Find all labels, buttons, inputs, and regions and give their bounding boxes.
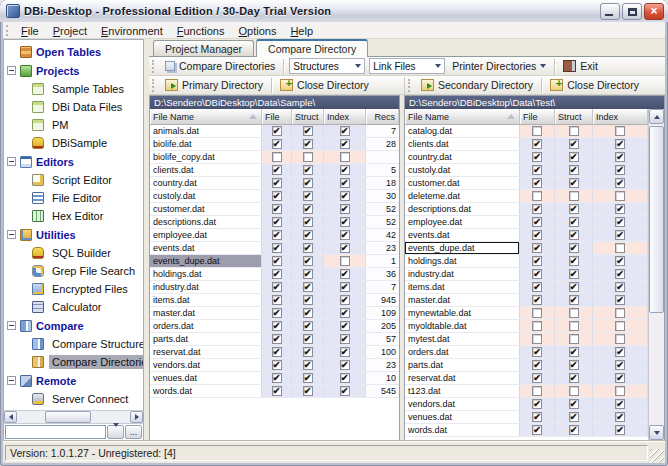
file-checkbox[interactable] xyxy=(272,360,282,370)
index-checkbox[interactable] xyxy=(615,243,625,253)
struct-checkbox[interactable] xyxy=(303,204,313,214)
index-checkbox[interactable] xyxy=(340,217,350,227)
sidebar-horizontal-scrollbar[interactable] xyxy=(4,410,143,423)
struct-checkbox[interactable] xyxy=(303,386,313,396)
file-name-cell[interactable]: parts.dat xyxy=(150,333,262,345)
index-checkbox[interactable] xyxy=(615,321,625,331)
sidebar-section-projects[interactable]: Projects xyxy=(4,61,143,80)
struct-checkbox[interactable] xyxy=(569,321,579,331)
column-header-struct[interactable]: Struct xyxy=(555,109,593,124)
column-header-file-name[interactable]: File Name xyxy=(150,109,262,124)
close-button[interactable]: × xyxy=(644,3,664,20)
file-name-cell[interactable]: custoly.dat xyxy=(405,164,520,176)
column-header-file[interactable]: File xyxy=(520,109,555,124)
expand-toggle[interactable] xyxy=(7,157,16,166)
file-checkbox[interactable] xyxy=(272,308,282,318)
file-checkbox[interactable] xyxy=(532,347,542,357)
struct-checkbox[interactable] xyxy=(303,152,313,162)
scrollbar-track[interactable] xyxy=(649,124,664,425)
file-name-cell[interactable]: catalog.dat xyxy=(405,125,520,137)
column-header-index[interactable]: Index xyxy=(593,109,648,124)
file-checkbox[interactable] xyxy=(532,308,542,318)
index-checkbox[interactable] xyxy=(615,152,625,162)
scroll-up-button[interactable] xyxy=(649,109,664,124)
minimize-button[interactable] xyxy=(600,3,620,20)
file-checkbox[interactable] xyxy=(532,269,542,279)
sidebar-item-sql-builder[interactable]: SQL Builder xyxy=(4,244,143,262)
file-name-cell[interactable]: parts.dat xyxy=(405,359,520,371)
index-checkbox[interactable] xyxy=(615,399,625,409)
column-header-file-name[interactable]: File Name xyxy=(405,109,520,124)
index-checkbox[interactable] xyxy=(615,191,625,201)
menu-item-project[interactable]: Project xyxy=(46,24,94,38)
struct-checkbox[interactable] xyxy=(303,269,313,279)
file-name-cell[interactable]: items.dat xyxy=(405,281,520,293)
index-checkbox[interactable] xyxy=(615,347,625,357)
file-checkbox[interactable] xyxy=(272,321,282,331)
index-checkbox[interactable] xyxy=(340,256,350,266)
file-name-cell[interactable]: vendors.dat xyxy=(150,359,262,371)
struct-checkbox[interactable] xyxy=(569,282,579,292)
column-header-struct[interactable]: Struct xyxy=(292,109,324,124)
file-name-cell[interactable]: industry.dat xyxy=(150,281,262,293)
sidebar-item-hex-editor[interactable]: Hex Editor xyxy=(4,207,143,225)
compare-directories-button[interactable]: Compare Directories xyxy=(160,58,280,75)
struct-checkbox[interactable] xyxy=(303,230,313,240)
printer-directories-button[interactable]: Printer Directories xyxy=(447,58,551,75)
struct-checkbox[interactable] xyxy=(303,360,313,370)
file-name-cell[interactable]: reservat.dat xyxy=(150,346,262,358)
file-name-cell[interactable]: deleteme.dat xyxy=(405,190,520,202)
struct-checkbox[interactable] xyxy=(303,308,313,318)
struct-checkbox[interactable] xyxy=(303,191,313,201)
file-checkbox[interactable] xyxy=(532,139,542,149)
sidebar-item-compare-structures[interactable]: Compare Structures xyxy=(4,335,143,353)
struct-checkbox[interactable] xyxy=(569,165,579,175)
file-checkbox[interactable] xyxy=(272,243,282,253)
struct-checkbox[interactable] xyxy=(569,204,579,214)
struct-checkbox[interactable] xyxy=(569,256,579,266)
index-checkbox[interactable] xyxy=(340,282,350,292)
file-checkbox[interactable] xyxy=(532,152,542,162)
index-checkbox[interactable] xyxy=(340,243,350,253)
file-name-cell[interactable]: reservat.dat xyxy=(405,372,520,384)
sidebar-section-compare[interactable]: Compare xyxy=(4,316,143,335)
struct-checkbox[interactable] xyxy=(569,178,579,188)
sidebar-item-server-connect[interactable]: Server Connect xyxy=(4,390,143,408)
file-name-cell[interactable]: holdings.dat xyxy=(150,268,262,280)
file-name-cell[interactable]: orders.dat xyxy=(150,320,262,332)
index-checkbox[interactable] xyxy=(615,386,625,396)
struct-checkbox[interactable] xyxy=(569,139,579,149)
file-checkbox[interactable] xyxy=(532,399,542,409)
file-checkbox[interactable] xyxy=(272,282,282,292)
struct-checkbox[interactable] xyxy=(303,139,313,149)
index-checkbox[interactable] xyxy=(615,334,625,344)
file-checkbox[interactable] xyxy=(272,295,282,305)
struct-checkbox[interactable] xyxy=(303,334,313,344)
file-checkbox[interactable] xyxy=(272,386,282,396)
sidebar-filter-input[interactable] xyxy=(5,425,106,439)
index-checkbox[interactable] xyxy=(340,321,350,331)
file-checkbox[interactable] xyxy=(532,126,542,136)
struct-checkbox[interactable] xyxy=(303,217,313,227)
file-checkbox[interactable] xyxy=(532,360,542,370)
file-checkbox[interactable] xyxy=(532,165,542,175)
index-checkbox[interactable] xyxy=(615,165,625,175)
sidebar-item-sample-tables[interactable]: Sample Tables xyxy=(4,80,143,98)
scroll-left-button[interactable] xyxy=(4,411,17,423)
struct-checkbox[interactable] xyxy=(569,126,579,136)
file-checkbox[interactable] xyxy=(272,347,282,357)
struct-checkbox[interactable] xyxy=(569,217,579,227)
sidebar-item-dbi-data-files[interactable]: DBi Data Files xyxy=(4,98,143,116)
menu-item-functions[interactable]: Functions xyxy=(170,24,232,38)
file-name-cell[interactable]: custoly.dat xyxy=(150,190,262,202)
file-checkbox[interactable] xyxy=(272,178,282,188)
index-checkbox[interactable] xyxy=(615,308,625,318)
index-checkbox[interactable] xyxy=(340,373,350,383)
file-checkbox[interactable] xyxy=(532,230,542,240)
file-checkbox[interactable] xyxy=(532,373,542,383)
struct-checkbox[interactable] xyxy=(569,295,579,305)
index-checkbox[interactable] xyxy=(340,230,350,240)
sidebar-item-dbisample[interactable]: DBiSample xyxy=(4,134,143,152)
struct-checkbox[interactable] xyxy=(569,191,579,201)
link-files-combobox[interactable]: Link Files xyxy=(369,58,445,74)
